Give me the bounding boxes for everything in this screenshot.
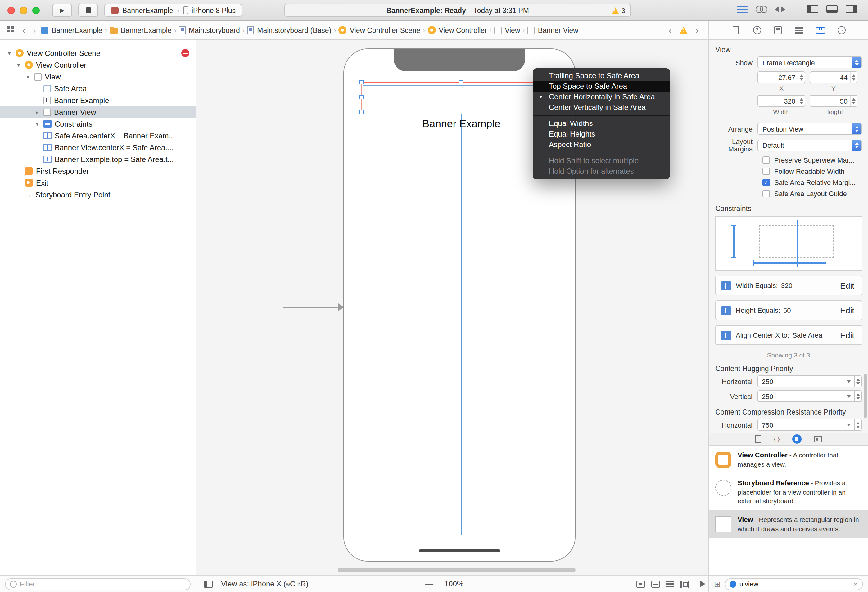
menu-item-trailing-space[interactable]: Trailing Space to Safe Area bbox=[533, 71, 670, 81]
library-item-view[interactable]: View - Represents a rectangular region i… bbox=[709, 510, 868, 538]
view-as-control[interactable]: View as: iPhone X (wC hR) bbox=[221, 580, 308, 588]
banner-view[interactable] bbox=[363, 85, 559, 109]
checkbox-icon[interactable] bbox=[762, 190, 770, 197]
disclosure-closed-icon[interactable]: ▸ bbox=[34, 109, 40, 115]
breadcrumb-storyboard-base[interactable]: Main.storyboard (Base) bbox=[247, 26, 331, 34]
menu-item-top-space[interactable]: Top Space to Safe Area bbox=[533, 81, 670, 92]
outline-row-constraint-2[interactable]: Banner View.centerX = Safe Area.... bbox=[0, 141, 196, 153]
update-frames-icon[interactable] bbox=[636, 580, 645, 588]
hugging-horizontal-field[interactable]: 250 bbox=[757, 376, 862, 387]
layout-margins-popup[interactable]: Default bbox=[757, 139, 862, 151]
toggle-navigator-button[interactable] bbox=[807, 5, 818, 13]
width-field[interactable]: 320 bbox=[757, 95, 805, 107]
disclosure-open-icon[interactable]: ▾ bbox=[6, 50, 12, 56]
library-filter-field[interactable]: ✕ bbox=[725, 578, 863, 590]
zoom-in-button[interactable]: + bbox=[475, 579, 479, 588]
height-stepper[interactable] bbox=[850, 96, 857, 106]
hugging-vertical-stepper[interactable] bbox=[855, 390, 862, 402]
checkbox-checked-icon[interactable]: ✓ bbox=[762, 179, 770, 186]
hugging-horizontal-stepper[interactable] bbox=[855, 376, 862, 387]
outline-row-constraint-3[interactable]: Banner Example.top = Safe Area.t... bbox=[0, 153, 196, 165]
x-field[interactable]: 27.67 bbox=[757, 71, 805, 83]
y-field[interactable]: 44 bbox=[810, 71, 858, 83]
disclosure-open-icon[interactable]: ▾ bbox=[34, 121, 40, 127]
embed-in-stack-icon[interactable] bbox=[651, 580, 660, 588]
hugging-vertical-field[interactable]: 250 bbox=[757, 390, 862, 402]
compression-horizontal-field[interactable]: 750 bbox=[757, 419, 862, 431]
connections-inspector-tab[interactable]: → bbox=[836, 25, 847, 35]
storyboard-entry-arrow[interactable] bbox=[282, 306, 338, 308]
previous-issue-button[interactable]: ‹ bbox=[665, 25, 676, 35]
menu-item-equal-widths[interactable]: Equal Widths bbox=[533, 119, 670, 129]
menu-item-aspect-ratio[interactable]: Aspect Ratio bbox=[533, 140, 670, 150]
align-icon[interactable] bbox=[666, 581, 674, 582]
breadcrumb-banner-view[interactable]: Banner View bbox=[527, 27, 579, 34]
pin-constraints-icon[interactable] bbox=[681, 580, 689, 588]
object-library-tab[interactable] bbox=[792, 434, 801, 444]
breadcrumb-group[interactable]: BannerExample bbox=[109, 27, 172, 34]
selection-handle[interactable] bbox=[360, 95, 364, 99]
outline-row-scene[interactable]: ▾ View Controller Scene bbox=[0, 47, 196, 59]
menu-item-center-horizontally[interactable]: •Center Horizontally in Safe Area bbox=[533, 92, 670, 102]
library-item-storyboard-reference[interactable]: Storyboard Reference - Provides a placeh… bbox=[709, 473, 868, 510]
assistant-editor-button[interactable] bbox=[756, 5, 767, 13]
selection-handle[interactable] bbox=[360, 110, 364, 114]
breadcrumb-storyboard[interactable]: Main.storyboard bbox=[179, 26, 240, 34]
code-snippet-library-tab[interactable]: { } bbox=[774, 436, 780, 442]
show-popup[interactable]: Frame Rectangle bbox=[757, 56, 862, 68]
close-window-button[interactable] bbox=[7, 7, 15, 14]
checkbox-preserve-superview[interactable]: Preserve Superview Mar... bbox=[762, 156, 862, 164]
height-field[interactable]: 50 bbox=[810, 95, 858, 107]
zoom-window-button[interactable] bbox=[32, 7, 40, 14]
outline-row-constraint-1[interactable]: Safe Area.centerX = Banner Exam... bbox=[0, 130, 196, 141]
selection-handle[interactable] bbox=[360, 80, 364, 84]
library-filter-input[interactable] bbox=[740, 580, 850, 588]
quick-help-inspector-tab[interactable]: ? bbox=[751, 25, 762, 35]
banner-example-label[interactable]: Banner Example bbox=[362, 118, 561, 130]
edit-constraint-button[interactable]: Edit bbox=[838, 304, 857, 316]
disclosure-open-icon[interactable]: ▾ bbox=[16, 62, 22, 68]
clear-filter-icon[interactable]: ✕ bbox=[853, 580, 858, 588]
outline-row-banner-example[interactable]: L Banner Example bbox=[0, 94, 196, 106]
disclosure-open-icon[interactable]: ▾ bbox=[25, 74, 31, 80]
outline-row-constraints[interactable]: ▾ Constraints bbox=[0, 118, 196, 130]
scheme-selector[interactable]: BannerExample › iPhone 8 Plus bbox=[104, 4, 242, 17]
outline-row-view[interactable]: ▾ View bbox=[0, 71, 196, 82]
checkbox-safe-area-relative[interactable]: ✓ Safe Area Relative Margi... bbox=[762, 179, 862, 186]
toggle-document-outline-icon[interactable] bbox=[204, 581, 213, 588]
arrange-popup[interactable]: Position View bbox=[757, 123, 862, 135]
x-stepper[interactable] bbox=[798, 72, 805, 82]
outline-filter-input[interactable] bbox=[20, 580, 186, 588]
diagram-top-space-bar[interactable] bbox=[733, 225, 734, 258]
banner-view-selection[interactable] bbox=[362, 82, 561, 112]
outline-row-safe-area[interactable]: Safe Area bbox=[0, 82, 196, 94]
library-item-view-controller[interactable]: View Controller - A controller that mana… bbox=[709, 446, 868, 473]
menu-item-center-vertically[interactable]: Center Vertically in Safe Area bbox=[533, 102, 670, 113]
constraint-card-height[interactable]: Height Equals:50 Edit bbox=[715, 300, 862, 320]
resolve-issues-icon[interactable] bbox=[695, 580, 701, 588]
next-issue-button[interactable]: › bbox=[692, 25, 702, 35]
selection-handle[interactable] bbox=[459, 110, 463, 114]
checkbox-icon[interactable] bbox=[762, 156, 770, 164]
breadcrumb-view[interactable]: View bbox=[494, 27, 520, 34]
toggle-debug-area-button[interactable] bbox=[827, 5, 838, 13]
file-template-library-tab[interactable] bbox=[755, 435, 762, 443]
width-stepper[interactable] bbox=[798, 96, 805, 106]
grid-icon[interactable]: ⊞ bbox=[714, 579, 721, 589]
checkbox-icon[interactable] bbox=[762, 168, 770, 175]
edit-constraint-button[interactable]: Edit bbox=[838, 280, 857, 292]
minimize-window-button[interactable] bbox=[20, 7, 27, 14]
warning-counter[interactable]: ! 3 bbox=[611, 7, 625, 14]
identity-inspector-tab[interactable] bbox=[772, 25, 784, 35]
zoom-out-button[interactable]: — bbox=[425, 579, 433, 588]
checkbox-follow-readable-width[interactable]: Follow Readable Width bbox=[762, 168, 862, 175]
selection-handle[interactable] bbox=[459, 80, 463, 84]
inspector-scrollbar[interactable] bbox=[864, 374, 867, 418]
horizontal-scrollbar[interactable] bbox=[338, 568, 576, 572]
outline-row-banner-view[interactable]: ▸ Banner View bbox=[0, 106, 196, 118]
breadcrumb-scene[interactable]: View Controller Scene bbox=[339, 26, 420, 34]
run-button[interactable]: ▶ bbox=[52, 4, 72, 17]
outline-row-view-controller[interactable]: ▾ View Controller bbox=[0, 59, 196, 71]
file-inspector-tab[interactable] bbox=[730, 25, 741, 35]
outline-row-exit[interactable]: Exit bbox=[0, 177, 196, 188]
